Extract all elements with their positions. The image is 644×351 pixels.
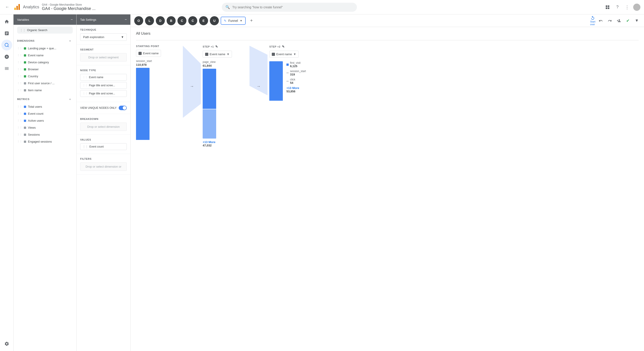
more-vertical-button[interactable]: ▼	[633, 17, 640, 24]
grid-icon-button[interactable]	[604, 3, 612, 11]
starting-point-bar-container: session_start 110,978	[136, 60, 152, 140]
metric-item-2[interactable]: ⋮⋮ Active users	[14, 117, 76, 124]
tab-circle-E-6[interactable]: E	[199, 16, 208, 25]
tab-circle-O-0[interactable]: O	[134, 16, 143, 25]
more-icon-button[interactable]: ⋮	[623, 3, 632, 11]
metric-item-1[interactable]: ⋮⋮ Event count	[14, 110, 76, 117]
s1-event-name: page_view	[203, 60, 216, 64]
step2-more-link[interactable]: +13 More	[286, 86, 306, 90]
variables-panel-minimize[interactable]: −	[71, 18, 73, 22]
search-input[interactable]	[232, 6, 353, 9]
view-unique-toggle[interactable]	[119, 106, 127, 110]
step2-edit-icon[interactable]: ✎	[282, 45, 285, 49]
nav-home[interactable]	[1, 16, 12, 27]
drag-handle-m1: ⋮⋮	[17, 112, 22, 115]
user-avatar[interactable]	[633, 4, 640, 11]
step2-items-container: first_visit 6,125 session_start 319	[269, 61, 306, 101]
dimension-item-event-name[interactable]: ⋮⋮ Event name	[14, 52, 76, 59]
starting-point-selector[interactable]: Event name	[136, 50, 161, 57]
step1-selector[interactable]: Event name ▼	[203, 51, 232, 58]
add-tab-button[interactable]: +	[248, 17, 256, 25]
dim-dot-first-user-source	[24, 82, 26, 85]
svg-rect-4	[608, 6, 609, 7]
start-over-button[interactable]: Startover	[590, 16, 595, 26]
step2-items-list: first_visit 6,125 session_start 319	[286, 61, 306, 93]
drag-handle-country: ⋮⋮	[17, 75, 22, 78]
metric-item-5[interactable]: ⋮⋮ Engaged sessions	[14, 138, 76, 145]
view-unique-toggle-row: VIEW UNIQUE NODES ONLY	[80, 106, 127, 110]
metric-label-1: Event count	[28, 112, 44, 115]
add-metric-button[interactable]: +	[67, 96, 73, 102]
tab-circle-C-4[interactable]: C	[178, 16, 186, 25]
left-nav	[0, 15, 14, 351]
nav-advertising[interactable]	[1, 51, 12, 62]
nav-reports[interactable]	[1, 28, 12, 39]
node-item-0[interactable]: ⋮⋮ Event name	[80, 74, 127, 81]
metric-item-4[interactable]: ⋮⋮ Sessions	[14, 131, 76, 138]
segment-drop-zone[interactable]: Drop or select segment	[80, 53, 127, 62]
undo-button[interactable]	[597, 17, 604, 24]
metric-label-0: Total users	[28, 105, 42, 108]
metrics-label: METRICS	[17, 98, 30, 101]
dim-label-browser: Browser	[28, 68, 39, 71]
step2-selector[interactable]: Event name ▼	[269, 51, 298, 58]
tab-circle-B-3[interactable]: B	[167, 16, 176, 25]
drag-handle-m3: ⋮⋮	[17, 126, 22, 129]
reports-icon	[4, 31, 9, 36]
check-circle-button[interactable]: ✔	[624, 17, 632, 24]
technique-select[interactable]: Path exploration ▼	[80, 33, 127, 41]
dimension-item-browser[interactable]: ⋮⋮ Browser	[14, 66, 76, 73]
help-icon-button[interactable]: ?	[614, 3, 622, 11]
metric-item-3[interactable]: ⋮⋮ Views	[14, 124, 76, 131]
tab-circle-L-1[interactable]: L	[145, 16, 154, 25]
nav-explore[interactable]	[1, 40, 12, 51]
step1-header: STEP +1 ✎	[203, 45, 218, 49]
values-item[interactable]: ⋮⋮ Event count	[80, 143, 127, 150]
view-unique-label: VIEW UNIQUE NODES ONLY	[80, 106, 117, 110]
chart-title: All Users	[136, 32, 638, 36]
dimensions-list: ⋮⋮ Landing page + que... ⋮⋮ Event name ⋮…	[14, 45, 76, 94]
nav-data-streams[interactable]	[1, 63, 12, 74]
tab-circle-D-2[interactable]: D	[156, 16, 165, 25]
filters-drop-zone[interactable]: Drop or select dimension or	[80, 162, 127, 171]
tabs-actions: Startover ✔ ▼	[590, 16, 640, 26]
tab-settings-title: Tab Settings	[80, 18, 96, 22]
sp-bar	[136, 68, 150, 140]
dim-dot-item-name	[24, 89, 26, 92]
variables-panel-header: Variables −	[14, 15, 76, 25]
svg-rect-5	[606, 8, 607, 9]
dimension-item-first-user-source[interactable]: ⋮⋮ First user source / ...	[14, 80, 76, 87]
search-bar[interactable]: 🔍	[222, 3, 357, 12]
back-button[interactable]: ←	[4, 4, 11, 11]
arrow-2: →	[248, 55, 269, 127]
sp-event-count: 110,978	[136, 63, 146, 67]
segment-section: SEGMENT Drop or select segment	[76, 45, 130, 65]
node-item-1[interactable]: ⋮⋮ Page title and scree...	[80, 82, 127, 89]
node-item-2[interactable]: ⋮⋮ Page title and scree...	[80, 90, 127, 97]
tab-circle-U-7[interactable]: U	[210, 16, 219, 25]
starting-point-col: STARTING POINT Event name session_start …	[136, 45, 181, 140]
step1-edit-icon[interactable]: ✎	[215, 45, 218, 49]
s1-more-link[interactable]: +13 More	[203, 140, 216, 144]
segment-label: SEGMENT	[80, 48, 127, 51]
redo-button[interactable]	[606, 17, 614, 24]
s1-bar-main	[203, 69, 216, 109]
organic-search-segment[interactable]: ⋮⋮ Organic Search	[17, 27, 73, 34]
tab-circle-C-5[interactable]: C	[188, 16, 197, 25]
add-dimension-button[interactable]: +	[67, 38, 73, 44]
dimension-item-item-name[interactable]: ⋮⋮ Item name	[14, 87, 76, 94]
nav-settings[interactable]	[1, 338, 12, 349]
organic-search-label: Organic Search	[27, 28, 47, 32]
add-user-button[interactable]	[615, 17, 622, 24]
breakdown-section: BREAKDOWN Drop or select dimension	[76, 114, 130, 135]
dimension-item-country[interactable]: ⋮⋮ Country	[14, 73, 76, 80]
node-label-0: Event name	[89, 76, 103, 79]
dimension-item-landing-page[interactable]: ⋮⋮ Landing page + que...	[14, 45, 76, 52]
metric-item-0[interactable]: ⋮⋮ Total users	[14, 103, 76, 110]
dimension-item-device-category[interactable]: ⋮⋮ Device category	[14, 59, 76, 66]
funnel-tab[interactable]: ✎ Funnel ▼	[221, 17, 246, 25]
metric-dot-4	[24, 134, 26, 136]
breakdown-drop-zone[interactable]: Drop or select dimension	[80, 123, 127, 131]
dimensions-section-header: DIMENSIONS +	[14, 35, 76, 45]
tab-settings-minimize[interactable]: −	[125, 18, 127, 22]
